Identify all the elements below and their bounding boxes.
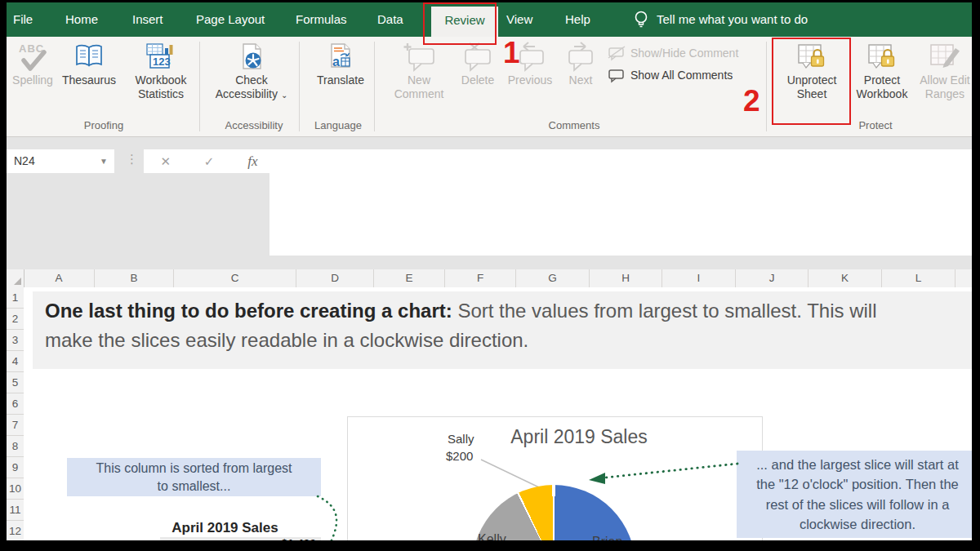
column-header-B[interactable]: B	[95, 269, 174, 287]
partial-cell-value: $1,400	[281, 537, 316, 540]
next-comment-label: Next	[559, 73, 603, 87]
group-separator	[766, 42, 767, 131]
workbook-statistics-button[interactable]: 123 Workbook Statistics	[124, 42, 198, 101]
column-header-J[interactable]: J	[736, 269, 808, 287]
row-header-5[interactable]: 5	[7, 372, 24, 393]
allow-edit-ranges-label: Allow Edit Ranges	[917, 73, 973, 101]
callout-clockwise: ... and the largest slice will start at …	[737, 451, 972, 538]
column-header-K[interactable]: K	[808, 269, 882, 287]
row-header-6[interactable]: 6	[7, 393, 24, 415]
row-header-12[interactable]: 12	[7, 521, 24, 542]
allow-edit-ranges-button[interactable]: Allow Edit Ranges	[916, 42, 973, 101]
check-accessibility-label: Check Accessibility	[216, 73, 278, 100]
tab-formulas[interactable]: Formulas	[296, 2, 347, 37]
protect-workbook-button[interactable]: Protect Workbook	[849, 42, 915, 101]
tab-insert[interactable]: Insert	[132, 2, 163, 37]
tab-review-active[interactable]: Review	[431, 7, 498, 37]
enter-icon[interactable]: ✓	[204, 154, 215, 169]
workbook-statistics-label: Workbook Statistics	[124, 73, 198, 101]
check-accessibility-icon	[209, 42, 294, 73]
svg-text:ABC: ABC	[19, 42, 44, 55]
column-header-L[interactable]: L	[882, 269, 956, 287]
translate-button[interactable]: a Translate	[309, 42, 372, 87]
tab-page-layout[interactable]: Page Layout	[196, 2, 265, 37]
row-header-4[interactable]: 4	[7, 351, 24, 372]
frame-right	[972, 0, 980, 551]
thesaurus-label: Thesaurus	[56, 73, 122, 87]
row-header-11[interactable]: 11	[7, 500, 24, 521]
callout-left-line2: to smallest...	[67, 478, 321, 495]
show-all-comments-icon	[608, 68, 626, 82]
name-box[interactable]: N24▼	[7, 149, 114, 173]
chart-title: April 2019 Sales	[457, 426, 702, 448]
data-label-sally-name: Sally	[448, 432, 474, 446]
check-accessibility-button[interactable]: Check Accessibility ⌄	[209, 42, 294, 102]
delete-comment-icon	[454, 42, 501, 73]
tab-help[interactable]: Help	[565, 2, 590, 37]
row-header-3[interactable]: 3	[7, 330, 24, 351]
tab-view[interactable]: View	[506, 2, 532, 37]
row-header-2[interactable]: 2	[7, 309, 24, 330]
insert-function-icon[interactable]: fx	[247, 153, 257, 170]
column-header-G[interactable]: G	[516, 269, 590, 287]
row-header-7[interactable]: 7	[7, 415, 24, 436]
svg-text:a: a	[332, 55, 340, 69]
frame-left	[0, 0, 7, 551]
column-header-C[interactable]: C	[174, 269, 296, 287]
name-box-dropdown-icon[interactable]: ▼	[100, 149, 108, 173]
excel-window: File Home Insert Page Layout Formulas Da…	[0, 0, 980, 551]
show-hide-comment-button[interactable]: Show/Hide Comment	[608, 46, 738, 60]
spelling-button[interactable]: ABC Spelling	[8, 42, 57, 87]
dotted-curve-connector	[311, 491, 347, 540]
tab-home[interactable]: Home	[65, 2, 98, 37]
group-label-protect: Protect	[776, 119, 975, 131]
column-header-F[interactable]: F	[445, 269, 516, 287]
show-all-comments-button[interactable]: Show All Comments	[608, 68, 733, 82]
spelling-label: Spelling	[8, 73, 57, 87]
column-header-H[interactable]: H	[590, 269, 662, 287]
dotted-arrow-connector	[584, 459, 739, 488]
translate-label: Translate	[309, 73, 372, 87]
row-header-8[interactable]: 8	[7, 436, 24, 457]
show-hide-comment-icon	[608, 46, 626, 60]
tab-data[interactable]: Data	[377, 2, 403, 37]
translate-icon: a	[309, 42, 372, 73]
column-header-D[interactable]: D	[296, 269, 374, 287]
show-all-comments-label: Show All Comments	[630, 69, 733, 82]
group-separator	[374, 42, 375, 131]
row-header-9[interactable]: 9	[7, 457, 24, 478]
frame-bottom	[0, 541, 980, 551]
tab-file[interactable]: File	[13, 2, 33, 37]
formula-input[interactable]	[270, 149, 972, 256]
formula-bar-separator[interactable]: ⋮	[126, 152, 138, 167]
column-header-A[interactable]: A	[24, 269, 95, 287]
group-label-accessibility: Accessibility	[209, 119, 299, 131]
delete-comment-button[interactable]: Delete	[454, 42, 501, 87]
table-title: April 2019 Sales	[170, 520, 280, 536]
unprotect-sheet-button[interactable]: Unprotect Sheet	[776, 42, 848, 101]
row-header-1[interactable]: 1	[7, 287, 24, 309]
new-comment-button[interactable]: New Comment	[384, 42, 454, 101]
next-comment-button[interactable]: Next	[559, 42, 603, 87]
note-line-2: make the slices easily readable in a clo…	[45, 329, 528, 352]
group-label-proofing: Proofing	[8, 119, 199, 131]
protect-workbook-label: Protect Workbook	[850, 73, 914, 101]
chevron-down-icon: ⌄	[281, 91, 287, 100]
thesaurus-button[interactable]: Thesaurus	[56, 42, 122, 87]
column-header-E[interactable]: E	[374, 269, 445, 287]
workbook-statistics-icon: 123	[124, 42, 198, 73]
callout-right-line4: clockwise direction.	[737, 514, 972, 535]
tell-me-box[interactable]: Tell me what you want to do	[657, 2, 808, 37]
row-header-10[interactable]: 10	[7, 478, 24, 500]
thesaurus-icon	[56, 42, 122, 73]
delete-comment-label: Delete	[454, 73, 501, 87]
cancel-icon[interactable]: ✕	[160, 154, 171, 169]
formula-bar-zone: N24▼ ⋮ ✕ ✓ fx	[7, 137, 972, 269]
worksheet-grid[interactable]: One last thing to do before creating a c…	[24, 287, 972, 540]
column-header-I[interactable]: I	[662, 269, 736, 287]
ribbon-review: ABC Spelling Thesaurus	[7, 37, 972, 137]
new-comment-label: New Comment	[384, 73, 454, 101]
group-label-language: Language	[302, 119, 374, 131]
unprotect-sheet-icon	[776, 42, 848, 73]
row-header-column: 123456789101112	[7, 287, 24, 540]
